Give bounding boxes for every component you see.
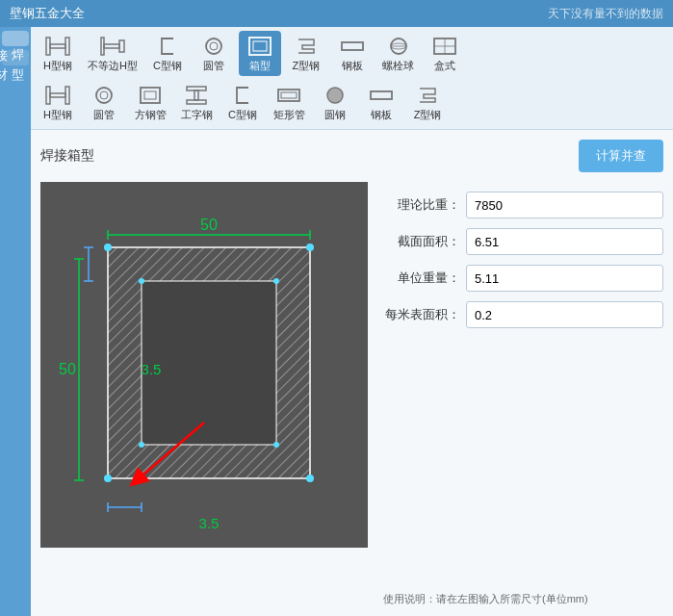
square-tube-icon	[135, 83, 166, 108]
svg-point-29	[327, 88, 343, 103]
steel-item-i-beam[interactable]: 工字钢	[175, 80, 218, 125]
box-drawing-svg: 50 50	[40, 182, 368, 548]
steel-item-unequal-h[interactable]: 不等边H型	[83, 31, 142, 76]
svg-point-57	[139, 442, 144, 448]
z-steel-label: Z型钢	[293, 59, 321, 73]
unequal-h-label: 不等边H型	[88, 59, 138, 73]
steel-items-row1: H型钢 不等边H型	[37, 31, 466, 76]
prop-row-surface-area: 每米表面积： 0.2	[383, 301, 663, 328]
steel-item-c[interactable]: C型钢	[146, 31, 189, 76]
c-steel-icon	[152, 34, 183, 59]
selector-row-2: H型钢 圆管	[37, 80, 667, 125]
sidebar: 焊接 型材	[0, 27, 31, 616]
svg-point-58	[273, 442, 279, 448]
props-panel: 理论比重： 7850 截面面积： 6.51 单位重量： 5.11 每米表面积： …	[383, 182, 663, 606]
steel-item-round-tube[interactable]: 圆管	[193, 31, 235, 76]
svg-text:3.5: 3.5	[199, 515, 220, 531]
bolt-ball-icon	[383, 34, 414, 59]
unit-weight-label: 单位重量：	[383, 270, 460, 287]
plate2-icon	[366, 83, 397, 108]
plate2-label: 钢板	[371, 108, 392, 122]
steel-item-h2[interactable]: H型钢	[37, 80, 79, 125]
box2-icon	[429, 34, 460, 59]
main-container: 焊接 型材 H型钢	[0, 27, 673, 616]
svg-point-53	[104, 475, 112, 482]
section-area-label: 截面面积：	[383, 233, 460, 250]
specific-weight-label: 理论比重：	[383, 196, 460, 214]
drawing-area: 50 50	[40, 182, 368, 548]
round-tube2-label: 圆管	[93, 108, 115, 122]
steel-item-z[interactable]: Z型钢	[285, 31, 327, 76]
steel-item-box[interactable]: 箱型	[239, 31, 281, 76]
svg-rect-28	[281, 92, 297, 98]
steel-item-round-bar[interactable]: 圆钢	[314, 80, 356, 125]
sidebar-tab-welding[interactable]: 焊接	[2, 31, 29, 46]
c2-label: C型钢	[228, 108, 257, 122]
app-subtitle: 天下没有量不到的数据	[548, 6, 663, 22]
steel-item-round-tube2[interactable]: 圆管	[83, 80, 125, 125]
section-area-value[interactable]: 6.51	[466, 228, 663, 255]
z2-icon	[412, 83, 443, 108]
steel-item-c2[interactable]: C型钢	[221, 80, 264, 125]
svg-point-20	[96, 88, 112, 103]
z-steel-icon	[291, 34, 322, 59]
top-bar: 壁钢五金大全 天下没有量不到的数据	[0, 0, 673, 27]
prop-row-specific-weight: 理论比重： 7850	[383, 192, 663, 218]
round-tube-label: 圆管	[203, 59, 224, 73]
steel-item-bolt-ball[interactable]: 螺栓球	[377, 31, 420, 76]
i-beam-label: 工字钢	[181, 108, 213, 122]
svg-point-56	[273, 278, 279, 284]
z2-label: Z型钢	[414, 108, 442, 122]
unit-weight-value[interactable]: 5.11	[466, 265, 663, 292]
h2-icon	[42, 83, 73, 108]
svg-point-54	[306, 475, 314, 482]
bolt-ball-label: 螺栓球	[382, 59, 414, 73]
svg-point-7	[210, 42, 218, 50]
steel-item-plate2[interactable]: 钢板	[360, 80, 402, 125]
steel-item-rect-tube[interactable]: 矩形管	[268, 80, 310, 125]
h-steel-label: H型钢	[43, 59, 72, 73]
steel-items-row2: H型钢 圆管	[37, 80, 449, 125]
i-beam-icon	[181, 83, 212, 108]
c-steel-label: C型钢	[153, 59, 182, 73]
plate-label: 钢板	[342, 59, 363, 73]
specific-weight-value[interactable]: 7850	[466, 192, 663, 218]
round-tube-icon	[198, 34, 229, 59]
svg-point-55	[139, 278, 144, 284]
svg-rect-9	[253, 41, 267, 51]
h-steel-icon	[42, 34, 73, 59]
svg-point-6	[206, 38, 221, 54]
work-title: 焊接箱型	[40, 147, 94, 165]
work-header: 焊接箱型 计算并查	[40, 140, 663, 172]
rect-tube-label: 矩形管	[273, 108, 305, 122]
content-area: H型钢 不等边H型	[31, 27, 673, 616]
steel-item-plate[interactable]: 钢板	[331, 31, 374, 76]
round-tube2-icon	[89, 83, 119, 108]
svg-rect-23	[144, 91, 156, 99]
box-steel-label: 箱型	[249, 59, 271, 73]
usage-note: 使用说明：请在左图输入所需尺寸(单位mm)	[383, 582, 663, 606]
sidebar-tab-profiles[interactable]: 型材	[2, 50, 29, 65]
c2-icon	[227, 83, 258, 108]
plate-icon	[337, 34, 368, 59]
h2-label: H型钢	[43, 108, 72, 122]
svg-rect-22	[141, 88, 160, 103]
surface-area-value[interactable]: 0.2	[466, 301, 663, 328]
unequal-h-icon	[97, 34, 128, 59]
steel-item-h[interactable]: H型钢	[37, 31, 79, 76]
steel-selector: H型钢 不等边H型	[31, 27, 673, 130]
svg-text:3.5: 3.5	[142, 361, 162, 377]
app-title: 壁钢五金大全	[10, 5, 548, 22]
steel-item-z2[interactable]: Z型钢	[406, 80, 449, 125]
work-body: 50 50	[40, 182, 663, 606]
svg-rect-10	[342, 42, 363, 50]
steel-item-square-tube[interactable]: 方钢管	[129, 80, 171, 125]
calc-button[interactable]: 计算并查	[579, 140, 663, 172]
surface-area-label: 每米表面积：	[383, 306, 460, 323]
steel-item-box2[interactable]: 盒式	[424, 31, 466, 76]
svg-rect-8	[249, 38, 271, 55]
rect-tube-icon	[273, 83, 304, 108]
selector-row-1: H型钢 不等边H型	[37, 31, 667, 76]
svg-rect-19	[50, 93, 65, 97]
square-tube-label: 方钢管	[135, 108, 167, 122]
